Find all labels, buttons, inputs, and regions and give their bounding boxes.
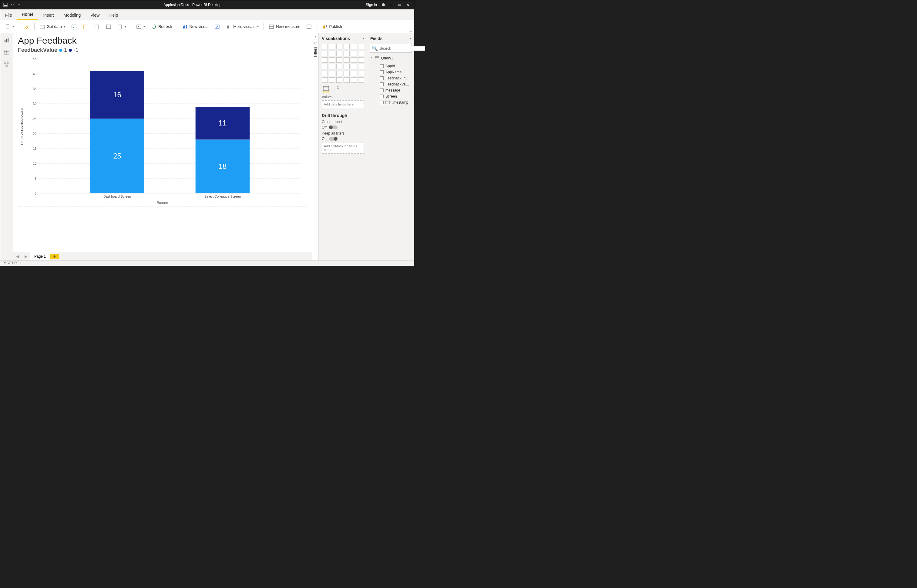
field-item[interactable]: Screen <box>370 93 411 99</box>
viz-fields-tab[interactable] <box>322 85 330 92</box>
model-view-icon[interactable] <box>4 61 10 67</box>
values-field-well[interactable]: Add data fields here <box>322 100 364 108</box>
viz-type-icon[interactable] <box>336 57 342 63</box>
field-checkbox[interactable] <box>380 101 383 104</box>
menu-insert[interactable]: Insert <box>38 10 58 20</box>
undo-icon[interactable]: ↶ <box>11 3 14 7</box>
minimize-button[interactable]: — <box>388 3 393 7</box>
menu-view[interactable]: View <box>86 10 104 20</box>
field-item[interactable]: message <box>370 87 411 93</box>
viz-type-icon[interactable] <box>351 44 357 49</box>
table-node[interactable]: ⌃ Query1 <box>370 55 411 61</box>
viz-type-icon[interactable] <box>322 44 328 49</box>
viz-type-icon[interactable] <box>344 71 349 76</box>
fields-collapse-icon[interactable]: › <box>410 36 411 40</box>
enter-data-button[interactable] <box>104 23 114 31</box>
viz-type-icon[interactable] <box>358 64 364 69</box>
excel-source-button[interactable]: x <box>69 23 79 31</box>
signin-link[interactable]: Sign in <box>366 3 377 7</box>
redo-icon[interactable]: ↷ <box>17 3 20 7</box>
viz-type-icon[interactable] <box>358 57 364 63</box>
refresh-button[interactable]: Refresh <box>149 23 175 31</box>
add-page-button[interactable]: + <box>50 254 59 259</box>
menu-home[interactable]: Home <box>17 10 39 20</box>
new-measure-button[interactable]: New measure <box>266 23 302 31</box>
viz-type-icon[interactable] <box>351 77 357 83</box>
viz-type-icon[interactable] <box>329 51 335 56</box>
viz-type-icon[interactable] <box>351 64 357 69</box>
field-checkbox[interactable] <box>380 82 383 86</box>
recent-sources-button[interactable]: ▾ <box>115 23 129 31</box>
viz-type-icon[interactable] <box>358 44 364 49</box>
viz-type-icon[interactable] <box>344 57 349 63</box>
fields-search-input[interactable] <box>380 46 425 51</box>
field-item[interactable]: FeedbackVa… <box>370 81 411 87</box>
viz-collapse-icon[interactable]: › <box>363 36 364 40</box>
text-box-button[interactable]: A <box>212 23 222 31</box>
chart-visual[interactable]: 0510152025303540452516Dashboard Screen18… <box>18 56 307 207</box>
field-item[interactable]: AppName <box>370 69 411 75</box>
maximize-button[interactable]: ▭ <box>397 3 402 7</box>
viz-type-icon[interactable] <box>344 77 349 83</box>
field-checkbox[interactable] <box>380 70 383 74</box>
viz-format-tab[interactable] <box>334 85 342 92</box>
get-data-button[interactable]: Get data▾ <box>37 23 68 31</box>
more-visuals-button[interactable]: More visuals▾ <box>223 23 261 31</box>
field-checkbox[interactable] <box>380 64 383 68</box>
publish-button[interactable]: Publish <box>319 23 344 31</box>
viz-type-icon[interactable] <box>329 44 335 49</box>
data-view-icon[interactable] <box>4 49 10 55</box>
viz-type-icon[interactable] <box>358 71 364 76</box>
viz-type-icon[interactable] <box>329 71 335 76</box>
menu-help[interactable]: Help <box>104 10 123 20</box>
cross-report-toggle[interactable] <box>329 126 338 129</box>
filters-pane-label[interactable]: Filters <box>313 47 317 57</box>
viz-type-icon[interactable] <box>336 77 342 83</box>
menu-file[interactable]: File <box>0 10 17 20</box>
filter-funnel-icon[interactable]: ▽ <box>314 41 317 45</box>
filters-expand-icon[interactable]: ‹ <box>315 35 316 39</box>
viz-type-icon[interactable] <box>351 51 357 56</box>
field-checkbox[interactable] <box>380 76 383 80</box>
page-next-button[interactable]: ▶ <box>21 252 30 261</box>
new-visual-button[interactable]: New visual <box>180 23 211 31</box>
viz-type-icon[interactable] <box>344 64 349 69</box>
save-icon[interactable] <box>3 3 8 7</box>
page-prev-button[interactable]: ◀ <box>13 252 21 261</box>
viz-type-icon[interactable] <box>336 71 342 76</box>
viz-type-icon[interactable] <box>351 57 357 63</box>
viz-type-icon[interactable] <box>322 71 328 76</box>
viz-type-icon[interactable] <box>358 51 364 56</box>
field-item[interactable]: AppId <box>370 63 411 69</box>
fields-search[interactable]: 🔍 <box>370 44 411 53</box>
close-button[interactable]: ✕ <box>406 3 410 7</box>
viz-type-icon[interactable] <box>322 64 328 69</box>
format-painter-button[interactable] <box>21 23 32 31</box>
viz-type-icon[interactable] <box>351 71 357 76</box>
menu-modeling[interactable]: Modeling <box>58 10 86 20</box>
viz-type-icon[interactable] <box>336 44 342 49</box>
ribbon-overflow-icon[interactable]: ⌄ <box>410 29 412 33</box>
report-view-icon[interactable] <box>4 37 10 43</box>
field-item[interactable]: ⌄timestamp <box>370 99 411 105</box>
field-item[interactable]: FeedbackFr… <box>370 75 411 81</box>
viz-type-icon[interactable] <box>336 51 342 56</box>
viz-type-icon[interactable] <box>336 64 342 69</box>
quick-measure-button[interactable] <box>304 23 314 31</box>
viz-type-icon[interactable] <box>329 77 335 83</box>
field-checkbox[interactable] <box>380 95 383 98</box>
keep-filters-toggle[interactable] <box>329 137 338 141</box>
pbi-dataset-button[interactable] <box>80 23 91 31</box>
viz-type-icon[interactable] <box>329 57 335 63</box>
field-checkbox[interactable] <box>380 89 383 92</box>
viz-type-icon[interactable] <box>358 77 364 83</box>
page-tab[interactable]: Page 1 <box>30 252 50 260</box>
user-avatar-icon[interactable] <box>382 3 385 6</box>
viz-type-icon[interactable] <box>322 57 328 63</box>
viz-type-icon[interactable] <box>344 51 349 56</box>
viz-type-icon[interactable] <box>322 51 328 56</box>
drill-field-well[interactable]: Add drill-through fields here <box>322 142 364 153</box>
paste-button[interactable]: ▾ <box>3 23 16 31</box>
sql-source-button[interactable] <box>92 23 102 31</box>
viz-type-icon[interactable] <box>322 77 328 83</box>
